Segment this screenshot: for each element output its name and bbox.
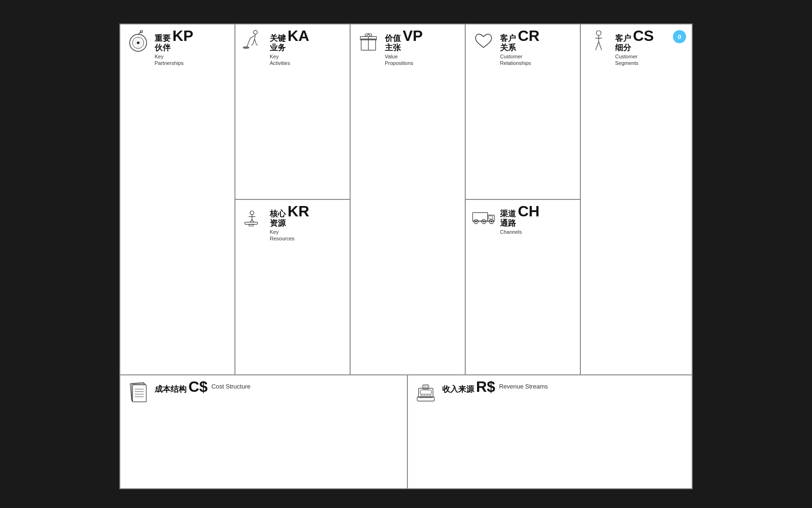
cs-title: 客户 CS 细分 CustomerSegments — [615, 28, 654, 66]
business-model-canvas: 重要 KP 伙伴 KeyPartnerships — [119, 24, 693, 489]
revenue-sub: Revenue Streams — [499, 383, 548, 391]
svg-rect-28 — [488, 216, 492, 219]
kr-chinese1: 核心 — [270, 210, 286, 219]
kr-title: 核心 KR 资源 KeyResources — [270, 204, 309, 242]
ka-sub: KeyActivities — [270, 53, 309, 67]
cs-sub: CustomerSegments — [615, 53, 654, 67]
cost-chinese: 成本结构 — [155, 385, 187, 394]
svg-rect-45 — [133, 385, 146, 402]
notification-badge[interactable]: 0 — [673, 30, 686, 43]
svg-point-17 — [250, 211, 254, 214]
kr-chinese2: 资源 — [270, 219, 286, 228]
kr-cell: 核心 KR 资源 KeyResources — [235, 200, 350, 374]
vp-title: 价值 VP 主张 ValuePropositions — [385, 28, 423, 66]
cost-code: C$ — [188, 379, 208, 394]
kr-sub: KeyResources — [270, 229, 309, 242]
vp-sub: ValuePropositions — [385, 53, 423, 67]
vp-chinese1: 价值 — [385, 34, 401, 43]
svg-point-2 — [137, 41, 140, 44]
cs-chinese1: 客户 — [615, 34, 631, 43]
svg-line-8 — [250, 35, 254, 38]
kp-sub: KeyPartnerships — [155, 53, 193, 67]
ch-chinese1: 渠道 — [500, 210, 516, 219]
cs-cell: 客户 CS 细分 CustomerSegments — [581, 24, 692, 374]
badge-count: 0 — [678, 33, 681, 40]
svg-point-10 — [242, 46, 250, 48]
ka-header: 关键 KA 业务 KeyActivities — [235, 24, 350, 70]
kr-code: KR — [288, 204, 309, 219]
cr-cell: 客户 CR 关系 CustomerRelationships — [466, 24, 580, 200]
revenue-code: R$ — [476, 379, 495, 394]
kp-chinese: 重要 — [155, 34, 171, 43]
svg-line-13 — [251, 44, 253, 45]
revenue-header: 收入来源 R$ Revenue Streams — [408, 375, 692, 409]
svg-point-6 — [253, 30, 257, 34]
ch-title: 渠道 CH 通路 Channels — [500, 204, 539, 235]
kp-header: 重要 KP 伙伴 KeyPartnerships — [120, 24, 234, 70]
svg-line-14 — [256, 44, 258, 45]
ka-icon — [240, 28, 266, 54]
svg-line-9 — [247, 38, 250, 47]
kp-cell: 重要 KP 伙伴 KeyPartnerships — [120, 24, 235, 374]
ch-icon — [470, 204, 496, 230]
kp-title: 重要 KP 伙伴 KeyPartnerships — [155, 28, 193, 66]
svg-line-3 — [138, 32, 141, 34]
revenue-cell: 收入来源 R$ Revenue Streams — [408, 375, 692, 488]
svg-line-12 — [254, 39, 256, 44]
svg-line-11 — [253, 39, 255, 44]
cs-chinese2: 细分 — [615, 44, 631, 53]
cr-chinese2: 关系 — [500, 44, 516, 53]
top-section: 重要 KP 伙伴 KeyPartnerships — [120, 24, 692, 375]
revenue-title: 收入来源 R$ Revenue Streams — [442, 379, 548, 394]
vp-cell: 价值 VP 主张 ValuePropositions — [351, 24, 466, 374]
cost-header: 成本结构 C$ Cost Structure — [120, 375, 407, 409]
kr-header: 核心 KR 资源 KeyResources — [235, 200, 350, 246]
vp-header: 价值 VP 主张 ValuePropositions — [351, 24, 465, 70]
ka-kr-column: 关键 KA 业务 KeyActivities — [235, 24, 351, 374]
svg-line-40 — [599, 41, 601, 48]
revenue-chinese: 收入来源 — [442, 385, 474, 394]
kp-code: KP — [172, 28, 193, 43]
svg-point-36 — [596, 31, 601, 35]
svg-line-41 — [595, 48, 596, 50]
svg-rect-52 — [420, 390, 431, 394]
ka-title: 关键 KA 业务 KeyActivities — [270, 28, 309, 66]
vp-chinese2: 主张 — [385, 44, 401, 53]
cost-title: 成本结构 C$ Cost Structure — [155, 379, 250, 394]
cs-icon — [586, 28, 611, 54]
bottom-section: 成本结构 C$ Cost Structure — [120, 375, 692, 488]
ch-sub: Channels — [500, 229, 539, 235]
kr-icon — [240, 204, 266, 230]
cr-icon — [470, 28, 496, 54]
ch-code: CH — [518, 204, 539, 219]
cr-header: 客户 CR 关系 CustomerRelationships — [466, 24, 580, 70]
svg-rect-15 — [244, 222, 257, 224]
cr-code: CR — [518, 28, 539, 43]
revenue-icon — [413, 379, 438, 405]
svg-line-7 — [254, 34, 255, 39]
ka-code: KA — [288, 28, 309, 43]
cr-chinese1: 客户 — [500, 34, 516, 43]
cs-code: CS — [633, 28, 654, 43]
cost-icon — [125, 379, 151, 405]
ka-chinese1: 关键 — [270, 34, 286, 43]
cost-sub: Cost Structure — [211, 383, 250, 391]
svg-line-20 — [250, 219, 252, 222]
kp-chinese2: 伙伴 — [155, 44, 171, 53]
ch-header: 渠道 CH 通路 Channels — [466, 200, 580, 239]
svg-line-42 — [601, 48, 601, 50]
kp-icon — [125, 28, 151, 54]
ch-chinese2: 通路 — [500, 219, 516, 228]
ch-cell: 渠道 CH 通路 Channels — [466, 200, 580, 374]
cr-ch-column: 客户 CR 关系 CustomerRelationships — [466, 24, 581, 374]
svg-line-21 — [252, 219, 254, 222]
vp-icon — [355, 28, 381, 54]
vp-code: VP — [403, 28, 423, 43]
cr-sub: CustomerRelationships — [500, 53, 539, 67]
ka-chinese2: 业务 — [270, 44, 286, 53]
cr-title: 客户 CR 关系 CustomerRelationships — [500, 28, 539, 66]
ka-cell: 关键 KA 业务 KeyActivities — [235, 24, 350, 200]
cost-cell: 成本结构 C$ Cost Structure — [120, 375, 408, 488]
svg-line-39 — [596, 41, 599, 48]
